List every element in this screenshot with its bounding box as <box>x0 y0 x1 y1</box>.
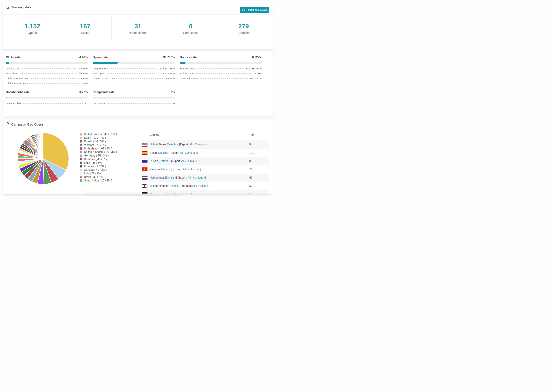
rate-progress-bar <box>6 97 88 98</box>
export-unique-link[interactable]: Unique › <box>187 151 197 154</box>
rate-value: 6.927% <box>252 56 262 59</box>
export-unique-link[interactable]: Unique › <box>191 193 201 195</box>
dotted-leader <box>22 68 71 69</box>
stat-complaints-value: 0 <box>189 23 192 30</box>
dotted-leader <box>196 73 252 74</box>
pie-slice <box>43 133 43 159</box>
column-header-total: Total <box>249 133 255 136</box>
export-unique-link[interactable]: Unique › <box>195 176 205 179</box>
geo-title: Campaign Geo Opens <box>11 123 44 126</box>
country-cell: Netherlands [Details ›] [Export: All › /… <box>150 176 206 179</box>
rate-value: 4.46% <box>79 56 88 59</box>
export-basic-stats-button[interactable]: Export basic stats <box>240 7 269 13</box>
legend-item: India ( 46 / 3% ) <box>80 161 117 165</box>
export-all-link[interactable]: All › <box>189 143 194 146</box>
rate-detail-row: Clicks to opens rate14.497% <box>6 77 88 82</box>
legend-item: Vietnam ( 79 / 5% ) <box>80 143 117 147</box>
country-name: United States <box>150 143 167 146</box>
rate-detail-row: Unsubscribes31 <box>6 102 88 107</box>
vn-flag-icon <box>142 168 148 171</box>
legend-label: Brazil ( 33 / 2% ) <box>84 175 104 179</box>
bracket-text: ] [Export: <box>171 168 183 171</box>
page-title: Tracking stats <box>11 6 31 9</box>
legend-swatch <box>80 165 82 168</box>
export-all-link[interactable]: All › <box>180 151 185 154</box>
stat-opens: 1,152 Opens <box>6 17 59 40</box>
bottom-shadow <box>84 194 181 196</box>
dashboard-page: Tracking stats Export basic stats 1,152 … <box>0 0 276 196</box>
detail-value: 31 <box>85 102 88 105</box>
country-name: Russia <box>150 160 159 162</box>
geo-opens-pie-chart <box>17 132 70 185</box>
rate-detail-row: Soft bounces18 / 0% <box>180 72 262 77</box>
geo-table-row: Spain [Details ›] [Export: All › / Uniqu… <box>142 149 269 157</box>
geo-table-row: Vietnam [Details ›] [Export: All › / Uni… <box>142 165 269 173</box>
bracket-text: ] [Export: <box>170 160 181 162</box>
export-unique-link[interactable]: Unique › <box>199 184 210 187</box>
details-link[interactable]: Details › <box>161 168 171 171</box>
bracket-text: ] <box>210 184 210 187</box>
clicks-rate-section: Clicks rate4.46%Unique clicks167 / 4.456… <box>6 56 88 87</box>
legend-label: Russia ( 86 / 5% ) <box>84 140 106 143</box>
detail-label: Total opens <box>92 72 106 75</box>
dotted-leader <box>107 73 155 74</box>
bracket-text: / <box>189 193 191 195</box>
rate-detail-row: Complaints0 <box>92 102 175 107</box>
rate-value: 30.736% <box>163 56 175 59</box>
detail-value: 2,303 / 61.446% <box>156 72 175 75</box>
detail-value: 689.82% <box>165 77 175 80</box>
rate-title: Complaints rate <box>92 91 114 94</box>
tracking-stats-card: Tracking stats Export basic stats 1,152 … <box>3 1 273 49</box>
details-link[interactable]: Details › <box>168 143 178 146</box>
stat-unsubscribes-value: 31 <box>134 23 141 30</box>
total-cell: 121 <box>249 151 254 154</box>
stat-clicks: 167 Clicks <box>59 17 112 40</box>
bracket-text: ] [Export: <box>181 184 192 187</box>
details-link[interactable]: Details › <box>160 160 170 162</box>
legend-swatch <box>80 140 82 143</box>
export-unique-link[interactable]: Unique › <box>190 168 200 171</box>
rate-detail-row: Opens to clicks rate689.82% <box>92 77 175 82</box>
rate-progress-bar <box>92 62 175 64</box>
geo-table: Country Total United States [Details ›] … <box>142 129 269 195</box>
country-name: Vietnam <box>150 168 161 171</box>
export-all-link[interactable]: All › <box>188 176 192 179</box>
rate-detail-row: Unique clicks167 / 4.456% <box>6 67 88 72</box>
rate-title: Bounce rate <box>180 56 197 59</box>
detail-value: 4.147% <box>79 82 88 85</box>
rate-detail-row: Internal bounces19 / 6.81% <box>180 77 262 82</box>
legend-label: United States ( 541 / 31% ) <box>84 133 117 136</box>
export-unique-link[interactable]: Unique › <box>196 143 206 146</box>
export-all-link[interactable]: All › <box>184 193 189 195</box>
export-all-link[interactable]: All › <box>181 160 186 162</box>
bracket-text: / <box>185 151 187 154</box>
export-all-link[interactable]: All › <box>183 168 188 171</box>
legend-label: Romania ( 49 / 3% ) <box>84 158 108 161</box>
rate-progress-bar <box>6 62 88 64</box>
legend-label: Italy ( 36 / 2% ) <box>84 172 103 175</box>
geo-table-row: Russia [Details ›] [Export: All › / Uniq… <box>142 157 269 165</box>
bracket-text: / <box>186 160 188 162</box>
dotted-leader <box>23 103 83 104</box>
legend-item: United States ( 541 / 31% ) <box>80 133 117 136</box>
detail-value: 19 / 6.81% <box>250 77 262 80</box>
export-unique-link[interactable]: Unique › <box>188 160 198 162</box>
dotted-leader <box>20 73 72 74</box>
country-cell: Spain [Details ›] [Export: All › / Uniqu… <box>150 151 198 154</box>
rate-progress-fill <box>6 97 7 98</box>
bracket-text: ] <box>205 176 206 179</box>
bracket-text: / <box>188 168 190 171</box>
detail-label: Total clicks <box>6 72 18 75</box>
details-link[interactable]: Details › <box>171 184 181 187</box>
legend-item: Russia ( 86 / 5% ) <box>80 140 117 143</box>
details-link[interactable]: Details › <box>166 176 176 179</box>
dotted-leader <box>200 78 248 79</box>
detail-value: 18 / 0% <box>253 72 262 75</box>
legend-swatch <box>80 133 82 136</box>
details-link[interactable]: Details › <box>158 151 168 154</box>
legend-label: France ( 42 / 2% ) <box>84 165 106 168</box>
rate-value: 0.77% <box>79 91 88 94</box>
total-cell: 79 <box>249 168 252 171</box>
export-all-link[interactable]: All › <box>192 184 197 187</box>
detail-label: Opens to clicks rate <box>92 77 115 80</box>
